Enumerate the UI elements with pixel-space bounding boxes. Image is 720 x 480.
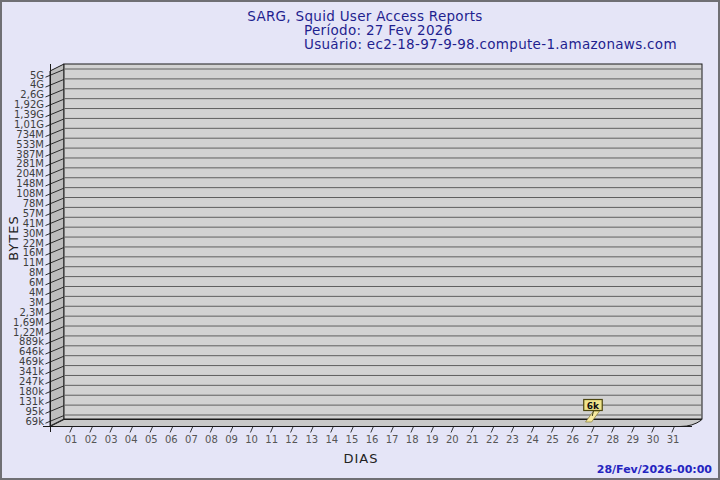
x-tick bbox=[110, 427, 112, 433]
x-tick-label: 17 bbox=[386, 434, 399, 445]
x-tick-label: 07 bbox=[185, 434, 198, 445]
x-tick bbox=[411, 427, 413, 433]
x-tick bbox=[652, 427, 654, 433]
x-tick-label: 01 bbox=[65, 434, 78, 445]
x-tick-label: 26 bbox=[566, 434, 579, 445]
x-tick bbox=[210, 427, 212, 433]
x-tick-label: 02 bbox=[85, 434, 98, 445]
access-report-chart: SARG, Squid User Access Reports Período:… bbox=[2, 2, 720, 480]
y-axis-title: BYTES bbox=[6, 215, 21, 261]
x-tick bbox=[270, 427, 272, 433]
x-axis-tick-labels: 0102030405060708091011121314151617181920… bbox=[65, 434, 680, 445]
x-tick bbox=[592, 427, 594, 433]
x-tick-label: 03 bbox=[105, 434, 118, 445]
x-tick-label: 04 bbox=[125, 434, 138, 445]
x-tick-label: 24 bbox=[526, 434, 539, 445]
x-tick bbox=[371, 427, 373, 433]
x-tick bbox=[150, 427, 152, 433]
x-tick-label: 30 bbox=[647, 434, 660, 445]
marker-value-label: 6k bbox=[587, 401, 600, 411]
x-tick-label: 05 bbox=[145, 434, 158, 445]
x-tick bbox=[571, 427, 573, 433]
y-tick-label: 69k bbox=[25, 416, 44, 427]
x-tick bbox=[431, 427, 433, 433]
x-tick bbox=[531, 427, 533, 433]
x-tick bbox=[391, 427, 393, 433]
x-tick bbox=[351, 427, 353, 433]
x-tick-label: 31 bbox=[667, 434, 680, 445]
x-tick bbox=[230, 427, 232, 433]
x-tick bbox=[70, 427, 72, 433]
x-tick-label: 21 bbox=[466, 434, 479, 445]
x-tick-label: 15 bbox=[346, 434, 359, 445]
x-axis-title: DIAS bbox=[344, 451, 379, 466]
x-tick-label: 16 bbox=[366, 434, 379, 445]
x-tick-label: 18 bbox=[406, 434, 419, 445]
x-tick-label: 10 bbox=[245, 434, 258, 445]
x-tick bbox=[632, 427, 634, 433]
x-tick bbox=[511, 427, 513, 433]
x-tick-label: 27 bbox=[586, 434, 599, 445]
x-axis-ticks bbox=[70, 427, 674, 433]
x-tick-label: 19 bbox=[426, 434, 439, 445]
x-tick bbox=[190, 427, 192, 433]
plot-floor-3d bbox=[50, 420, 702, 427]
x-tick bbox=[491, 427, 493, 433]
generated-timestamp: 28/Fev/2026-00:00 bbox=[597, 463, 713, 476]
x-tick-label: 14 bbox=[325, 434, 338, 445]
x-tick-label: 20 bbox=[446, 434, 459, 445]
x-tick bbox=[90, 427, 92, 433]
x-tick-label: 12 bbox=[285, 434, 298, 445]
x-tick bbox=[331, 427, 333, 433]
x-tick-label: 28 bbox=[606, 434, 619, 445]
x-tick-label: 09 bbox=[225, 434, 238, 445]
x-tick bbox=[551, 427, 553, 433]
x-tick bbox=[130, 427, 132, 433]
x-tick bbox=[291, 427, 293, 433]
x-tick bbox=[672, 427, 674, 433]
x-tick-label: 22 bbox=[486, 434, 499, 445]
x-tick-label: 25 bbox=[546, 434, 559, 445]
sarg-report-window: SARG, Squid User Access Reports Período:… bbox=[0, 0, 720, 480]
x-tick bbox=[250, 427, 252, 433]
x-tick bbox=[471, 427, 473, 433]
x-tick bbox=[612, 427, 614, 433]
x-tick bbox=[170, 427, 172, 433]
chart-user-subtitle: Usuário: ec2-18-97-9-98.compute-1.amazon… bbox=[304, 36, 677, 52]
x-tick-label: 11 bbox=[265, 434, 278, 445]
x-tick-label: 06 bbox=[165, 434, 178, 445]
plot-wall-3d bbox=[50, 64, 64, 426]
x-tick-label: 29 bbox=[627, 434, 640, 445]
x-tick-label: 13 bbox=[305, 434, 318, 445]
x-tick bbox=[311, 427, 313, 433]
x-tick bbox=[451, 427, 453, 433]
x-tick-label: 23 bbox=[506, 434, 519, 445]
x-tick-label: 08 bbox=[205, 434, 218, 445]
